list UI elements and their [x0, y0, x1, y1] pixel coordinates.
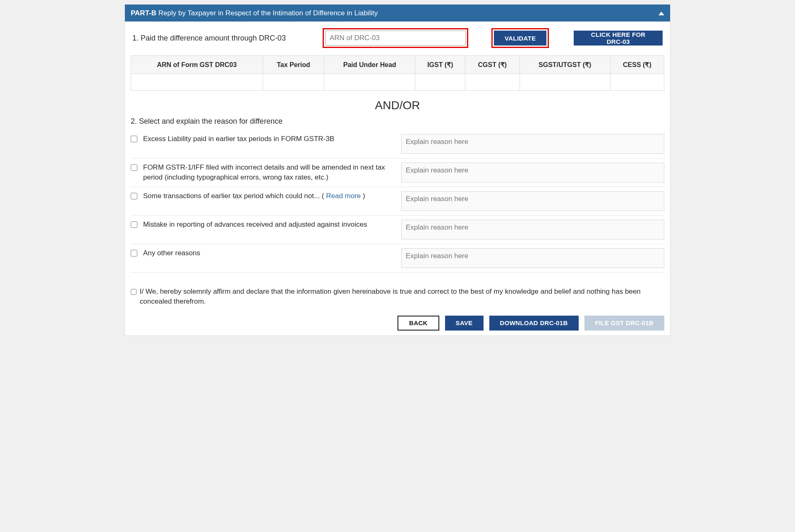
reason-checkbox-2[interactable]	[131, 164, 137, 171]
back-button[interactable]: BACK	[398, 316, 439, 331]
reason-row-4: Mistake in reporting of advances receive…	[131, 216, 664, 244]
reason-row-2: FORM GSTR-1/IFF filed with incorrect det…	[131, 158, 664, 187]
footer-buttons: BACK SAVE DOWNLOAD DRC-01B FILE GST DRC-…	[131, 316, 664, 331]
download-button[interactable]: DOWNLOAD DRC-01B	[489, 316, 579, 331]
declaration-checkbox[interactable]	[131, 289, 136, 295]
reason-label-3-pre: Some transactions of earlier tax period …	[143, 192, 326, 200]
reason-checkbox-1[interactable]	[131, 136, 137, 142]
declaration-text: I/ We, hereby solemnly affirm and declar…	[140, 287, 664, 307]
reason-explain-3[interactable]	[401, 191, 664, 211]
col-igst: IGST (₹)	[415, 56, 465, 74]
reason-checkbox-4[interactable]	[131, 221, 137, 228]
reason-label-2: FORM GSTR-1/IFF filed with incorrect det…	[143, 163, 395, 182]
reason-row-5: Any other reasons	[131, 244, 664, 273]
reason-explain-5[interactable]	[401, 248, 664, 268]
reason-label-3-post: )	[361, 192, 365, 200]
col-paid-under-head: Paid Under Head	[324, 56, 415, 74]
read-more-link[interactable]: Read more	[326, 192, 361, 200]
section1-row: 1. Paid the difference amount through DR…	[131, 28, 664, 48]
reason-row-3: Some transactions of earlier tax period …	[131, 187, 664, 216]
validate-highlight: VALIDATE	[491, 28, 549, 48]
panel-title: PART-B Reply by Taxpayer in Respect of t…	[131, 9, 378, 17]
panel-header[interactable]: PART-B Reply by Taxpayer in Respect of t…	[125, 5, 670, 22]
col-arn: ARN of Form GST DRC03	[131, 56, 263, 74]
validate-button[interactable]: VALIDATE	[494, 31, 546, 46]
arn-input[interactable]	[325, 31, 466, 46]
reason-label-4: Mistake in reporting of advances receive…	[143, 220, 395, 230]
reason-checkbox-3[interactable]	[131, 193, 137, 199]
col-tax-period: Tax Period	[263, 56, 324, 74]
section2-title: 2. Select and explain the reason for dif…	[131, 117, 664, 126]
chevron-up-icon[interactable]	[659, 9, 664, 17]
reason-checkbox-5[interactable]	[131, 250, 137, 256]
col-cess: CESS (₹)	[610, 56, 664, 74]
drc03-table: ARN of Form GST DRC03 Tax Period Paid Un…	[131, 55, 664, 91]
col-cgst: CGST (₹)	[465, 56, 520, 74]
panel-title-part: PART-B	[131, 9, 156, 17]
click-drc03-button[interactable]: CLICK HERE FOR DRC-03	[574, 31, 663, 46]
reason-label-3: Some transactions of earlier tax period …	[143, 191, 395, 201]
reason-label-5: Any other reasons	[143, 248, 395, 258]
declaration-row: I/ We, hereby solemnly affirm and declar…	[131, 287, 664, 307]
form-panel: PART-B Reply by Taxpayer in Respect of t…	[125, 4, 670, 336]
reason-explain-1[interactable]	[401, 134, 664, 154]
file-button: FILE GST DRC-01B	[584, 316, 664, 331]
save-button[interactable]: SAVE	[445, 316, 484, 331]
arn-input-highlight	[323, 28, 468, 48]
section1-label: 1. Paid the difference amount through DR…	[132, 34, 314, 43]
reason-row-1: Excess Liability paid in earlier tax per…	[131, 130, 664, 158]
col-sgst: SGST/UTGST (₹)	[520, 56, 610, 74]
and-or-divider: AND/OR	[131, 99, 664, 112]
panel-title-rest: Reply by Taxpayer in Respect of the Inti…	[158, 9, 378, 17]
reason-explain-2[interactable]	[401, 163, 664, 182]
table-row	[131, 74, 664, 91]
reason-explain-4[interactable]	[401, 220, 664, 240]
reason-label-1: Excess Liability paid in earlier tax per…	[143, 134, 395, 144]
